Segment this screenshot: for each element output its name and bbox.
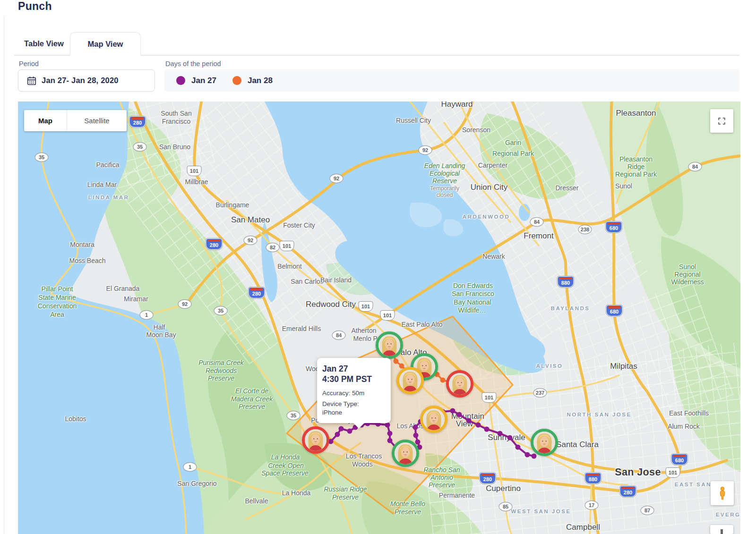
period-date-picker[interactable]: Jan 27- Jan 28, 2020	[18, 69, 155, 92]
period-label: Period	[19, 60, 39, 68]
calendar-icon	[26, 76, 37, 86]
punch-page: Punch Table View Map View Period Jan 27-…	[0, 0, 756, 534]
days-legend: Jan 27 Jan 28	[164, 69, 739, 92]
map-type-map-button[interactable]: Map	[24, 110, 67, 131]
period-value: Jan 27- Jan 28, 2020	[42, 76, 119, 85]
pegman-icon	[716, 486, 729, 501]
punch-avatar-marker-red[interactable]	[302, 426, 329, 454]
legend-item-jan27: Jan 27	[176, 76, 216, 85]
page-title: Punch	[18, 0, 52, 13]
map-type-control: Map Satellite	[24, 110, 127, 131]
punch-avatar-marker-green[interactable]	[376, 331, 403, 359]
punch-avatar-marker-red[interactable]	[446, 370, 473, 398]
zoom-in-button[interactable]	[710, 525, 733, 534]
tab-table-view-label: Table View	[24, 39, 64, 48]
tooltip-accuracy: Accuracy: 50m	[322, 389, 386, 398]
punch-avatar-marker-green[interactable]	[392, 440, 419, 467]
zoom-in-icon	[721, 529, 723, 534]
tab-table-view[interactable]: Table View	[18, 32, 70, 55]
punch-routes-layer	[18, 102, 740, 534]
tooltip-device-value: iPhone	[322, 408, 386, 417]
tooltip-device-label: Device Type:	[322, 400, 386, 408]
punch-avatar-marker-gold[interactable]	[396, 367, 424, 394]
jan28-dot-icon	[232, 76, 241, 85]
punch-info-tooltip: Jan 27 4:30 PM PST Accuracy: 50m Device …	[317, 358, 391, 423]
tab-map-view[interactable]: Map View	[70, 32, 141, 55]
fullscreen-icon	[717, 117, 726, 126]
map-canvas[interactable]: HaywardRussell CitySorensonGarinRegional…	[18, 102, 740, 534]
days-of-period-label: Days of the period	[165, 60, 221, 68]
fullscreen-button[interactable]	[710, 109, 733, 133]
left-divider	[4, 16, 4, 534]
punch-avatar-marker-gold[interactable]	[420, 406, 447, 433]
punch-avatar-marker-green[interactable]	[531, 429, 558, 456]
legend-label: Jan 27	[191, 76, 216, 85]
tooltip-device: Device Type: iPhone	[322, 400, 386, 416]
tab-underline	[141, 55, 739, 56]
tab-map-view-label: Map View	[88, 40, 123, 49]
tooltip-date: Jan 27	[322, 364, 386, 374]
tooltip-time: 4:30 PM PST	[322, 374, 386, 385]
legend-label: Jan 28	[248, 76, 273, 85]
pegman-button[interactable]	[711, 481, 734, 505]
legend-item-jan28: Jan 28	[232, 76, 273, 85]
tab-underline	[14, 55, 70, 56]
map-type-satellite-button[interactable]: Satellite	[67, 110, 127, 131]
jan27-dot-icon	[176, 76, 185, 85]
